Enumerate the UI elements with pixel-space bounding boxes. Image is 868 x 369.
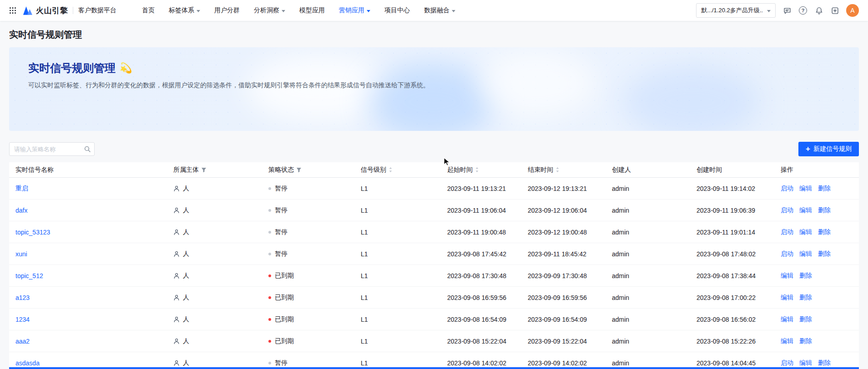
signal-level: L1	[354, 309, 441, 330]
feedback-icon[interactable]	[782, 6, 792, 15]
chevron-down-icon	[767, 10, 771, 12]
status-badge: 暂停	[268, 359, 351, 367]
nav-item-analysis-insight[interactable]: 分析洞察	[254, 6, 285, 15]
creator: admin	[606, 199, 690, 221]
created-time: 2023-09-11 19:14:02	[690, 178, 774, 199]
nav-item-project-center[interactable]: 项目中心	[384, 6, 410, 15]
nav-item-tag-system[interactable]: 标签体系	[169, 6, 200, 15]
app-launcher-grid-icon[interactable]	[9, 7, 16, 14]
status-dot-icon	[268, 296, 271, 299]
person-icon	[173, 207, 180, 214]
row-actions: 启动编辑删除	[774, 243, 859, 265]
start-time: 2023-09-08 16:54:09	[441, 309, 521, 330]
edit-link[interactable]: 编辑	[799, 206, 812, 214]
create-signal-rule-button[interactable]: + 新建信号规则	[798, 142, 859, 156]
signal-level: L1	[354, 178, 441, 199]
signal-rules-table: 实时信号名称 所属主体 策略状态 信号级别	[9, 162, 859, 369]
signal-name-link[interactable]: a123	[15, 294, 30, 301]
start-time: 2023-09-08 16:59:56	[441, 287, 521, 309]
creator: admin	[606, 243, 690, 265]
chevron-down-icon	[452, 10, 455, 12]
delete-link[interactable]: 删除	[818, 359, 831, 366]
subject-label: 人	[183, 337, 189, 345]
edit-link[interactable]: 编辑	[799, 359, 812, 366]
start-time: 2023-09-08 17:45:42	[441, 243, 521, 265]
end-time: 2023-09-09 14:02:02	[521, 352, 606, 369]
status-label: 暂停	[275, 250, 288, 258]
edit-link[interactable]: 编辑	[799, 228, 812, 235]
edit-link[interactable]: 编辑	[781, 294, 793, 301]
column-header-level: 信号级别	[354, 162, 441, 178]
end-time: 2023-09-09 16:59:56	[521, 287, 606, 309]
signal-name-link[interactable]: xuni	[15, 250, 27, 258]
table-row: aaa2 人 已到期 L1 2023-09-08 15:22:04 2023-0…	[9, 330, 859, 352]
brand-name: 火山引擎	[36, 5, 68, 16]
intro-banner: 实时信号规则管理 💫 可以实时监听标签、行为和分群的变化的数据，根据用户设定的筛…	[9, 47, 859, 131]
notification-bell-icon[interactable]	[814, 6, 823, 15]
project-selector[interactable]: 默.../1.20.2多产品升级..	[696, 3, 776, 18]
edit-link[interactable]: 编辑	[799, 184, 812, 192]
nav-item-data-fusion[interactable]: 数据融合	[424, 6, 455, 15]
sort-icon[interactable]	[555, 167, 560, 173]
row-actions: 编辑删除	[774, 330, 859, 352]
nav-divider	[73, 7, 73, 14]
nav-item-model-apps[interactable]: 模型应用	[299, 6, 325, 15]
status-dot-icon	[268, 318, 271, 321]
status-dot-icon	[268, 362, 271, 364]
signal-name-link[interactable]: dafx	[15, 207, 27, 214]
status-label: 已到期	[275, 315, 294, 324]
delete-link[interactable]: 删除	[818, 206, 831, 214]
help-icon[interactable]: ?	[798, 6, 807, 15]
horizontal-scrollbar[interactable]	[9, 367, 859, 369]
filter-icon[interactable]	[201, 167, 207, 173]
chevron-down-icon	[197, 10, 200, 12]
sort-icon[interactable]	[475, 167, 479, 173]
column-header-actions: 操作	[774, 162, 859, 178]
signal-name-link[interactable]: 重启	[15, 184, 28, 192]
delete-link[interactable]: 删除	[818, 228, 831, 235]
table-row: a123 人 已到期 L1 2023-09-08 16:59:56 2023-0…	[9, 287, 859, 309]
console-icon[interactable]	[830, 6, 839, 15]
signal-name-link[interactable]: topic_512	[15, 272, 43, 279]
person-icon	[173, 185, 180, 192]
end-time: 2023-09-09 15:22:04	[521, 330, 606, 352]
start-link[interactable]: 启动	[781, 228, 793, 235]
filter-icon[interactable]	[296, 167, 302, 173]
user-avatar[interactable]: A	[846, 4, 859, 17]
signal-name-link[interactable]: aaa2	[15, 338, 30, 345]
start-link[interactable]: 启动	[781, 359, 793, 366]
delete-link[interactable]: 删除	[799, 315, 812, 323]
status-badge: 暂停	[268, 206, 351, 214]
person-icon	[173, 360, 180, 366]
created-time: 2023-09-08 15:22:26	[690, 330, 774, 352]
nav-item-marketing-apps[interactable]: 营销应用	[339, 6, 370, 15]
column-header-status: 策略状态	[262, 162, 354, 178]
signal-name-link[interactable]: topic_53123	[15, 229, 50, 236]
nav-item-home[interactable]: 首页	[142, 6, 155, 15]
delete-link[interactable]: 删除	[799, 294, 812, 301]
edit-link[interactable]: 编辑	[781, 337, 793, 344]
product-name: 客户数据平台	[78, 6, 116, 15]
start-link[interactable]: 启动	[781, 250, 793, 257]
created-time: 2023-09-08 17:00:22	[690, 287, 774, 309]
signal-name-link[interactable]: asdasda	[15, 359, 40, 367]
brand-logo[interactable]: 火山引擎 客户数据平台	[23, 5, 116, 16]
status-dot-icon	[268, 340, 271, 343]
person-icon	[173, 338, 180, 344]
delete-link[interactable]: 删除	[818, 250, 831, 257]
edit-link[interactable]: 编辑	[799, 250, 812, 257]
start-link[interactable]: 启动	[781, 206, 793, 214]
delete-link[interactable]: 删除	[799, 337, 812, 344]
sort-icon[interactable]	[389, 167, 393, 173]
table-row: 重启 人 暂停 L1 2023-09-11 19:13:21 2023-09-1…	[9, 178, 859, 199]
row-actions: 编辑删除	[774, 309, 859, 330]
start-link[interactable]: 启动	[781, 184, 793, 192]
delete-link[interactable]: 删除	[799, 272, 812, 279]
delete-link[interactable]: 删除	[818, 184, 831, 192]
column-header-start-time: 起始时间	[441, 162, 521, 178]
nav-item-user-segments[interactable]: 用户分群	[214, 6, 240, 15]
edit-link[interactable]: 编辑	[781, 272, 793, 279]
signal-name-link[interactable]: 1234	[15, 316, 30, 323]
edit-link[interactable]: 编辑	[781, 315, 793, 323]
search-input[interactable]	[9, 142, 95, 156]
